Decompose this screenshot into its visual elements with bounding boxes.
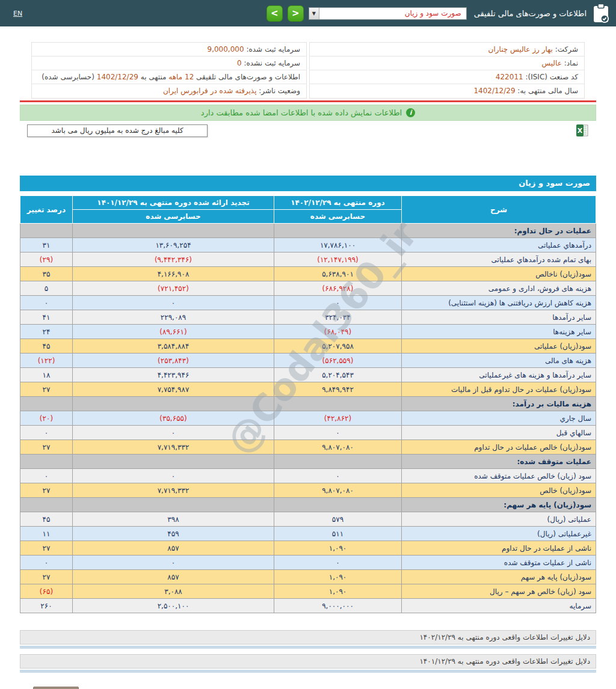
- row-label: سال جاري: [402, 411, 596, 426]
- prev-statement-button[interactable]: <: [266, 5, 283, 22]
- svg-text:X: X: [578, 127, 583, 135]
- info-value: 1402/12/29: [97, 73, 138, 81]
- row-label: سود(زیان) ناخالص: [402, 267, 596, 281]
- cell-value: [73, 397, 274, 411]
- info-row: سرمایه ثبت شده: 9,000,000: [32, 43, 306, 57]
- row-label: سالهاي قبل: [402, 426, 596, 440]
- info-value: عالیس: [541, 59, 561, 67]
- header-audited-current: حسابرسی شده: [274, 210, 402, 224]
- table-row: سود (زیان) خالص هر سهم – ریال۱,۰۹۰۳,۰۸۸(…: [20, 584, 596, 599]
- accordion: دلایل تغییرات اطلاعات واقعی دوره منتهی ب…: [20, 630, 596, 649]
- cell-value: [274, 455, 402, 469]
- cell-value: ۴,۴۲۳,۹۴۶: [73, 368, 274, 382]
- row-label: سایر درآمدها: [402, 310, 596, 325]
- cell-value: ۱,۰۹۰: [274, 584, 402, 599]
- row-label: سود(زیان) عملیاتی: [402, 339, 596, 354]
- table-row: هزینه های مالی(۵۶۲,۵۵۹)(۲۵۳,۸۴۳)(۱۲۲): [20, 354, 596, 368]
- cell-percent-change: ۴۱: [20, 310, 73, 325]
- cell-percent-change: [20, 397, 73, 411]
- cell-percent-change: ۵: [20, 281, 73, 296]
- cell-percent-change: ۲۷: [20, 382, 73, 397]
- signed-data-banner-text: اطلاعات نمایش داده شده با اطلاعات امضا ش…: [201, 108, 402, 117]
- table-row: درآمدهاي عملیاتی۱۷,۷۸۶,۱۰۰۱۳,۶۰۹,۲۵۴۳۱: [20, 238, 596, 253]
- table-row: سود (زیان) خالص عملیات متوقف شده۰۰۰: [20, 469, 596, 483]
- table-row: سایر درآمدها و هزینه های غیرعملیاتی۵,۲۰۴…: [20, 368, 596, 382]
- section-row: هزینه مالیات بر درآمد:: [20, 397, 596, 411]
- cell-value: ۸۵۷: [73, 570, 274, 584]
- table-row: سایر درآمدها۳۲۴,۰۳۴۲۲۹,۰۸۹۴۱: [20, 310, 596, 325]
- cell-value: ۰: [73, 556, 274, 570]
- table-row: سود(زیان) خالص عملیات در حال تداوم۹,۸۰۷,…: [20, 440, 596, 455]
- cell-percent-change: (۲۰): [20, 411, 73, 426]
- row-label: عملیات متوقف شده:: [402, 455, 596, 469]
- cell-value: ۴,۱۶۶,۹۰۸: [73, 267, 274, 281]
- cell-percent-change: ۳۱: [20, 238, 73, 253]
- cell-percent-change: ۰: [20, 426, 73, 440]
- row-label: سود(زیان) پایه هر سهم:: [402, 498, 596, 512]
- accordion-bar[interactable]: دلایل تغییرات اطلاعات واقعی دوره منتهی ب…: [20, 630, 596, 645]
- table-row: سالهاي قبل۰۰۰: [20, 426, 596, 440]
- row-label: هزینه های مالی: [402, 354, 596, 368]
- units-note: کلیه مبالغ درج شده به میلیون ریال می باش…: [27, 124, 208, 137]
- row-label: سایر هزینه‌ها: [402, 325, 596, 339]
- cell-value: ۰: [73, 469, 274, 483]
- table-row: سود(زیان) ناخالص۵,۶۳۸,۹۰۱۴,۱۶۶,۹۰۸۳۵: [20, 267, 596, 281]
- cell-percent-change: ۰: [20, 469, 73, 483]
- page-title: اطلاعات و صورت‌های مالی تلفیقی: [474, 9, 587, 18]
- cell-value: ۵,۲۰۷,۹۵۸: [274, 339, 402, 354]
- info-row: اطلاعات و صورت‌های مالی تلفیقی 12 ماهه م…: [32, 70, 306, 84]
- row-label: سود(زیان) پایه هر سهم: [402, 570, 596, 584]
- cell-percent-change: [20, 455, 73, 469]
- row-label: سود(زیان) عملیات در حال تداوم قبل از مال…: [402, 382, 596, 397]
- cell-percent-change: ۱۸: [20, 368, 73, 382]
- statement-select[interactable]: صورت سود و زیان ▼: [309, 7, 467, 20]
- accordion-bar[interactable]: دلایل تغییرات اطلاعات واقعی دوره منتهی ب…: [20, 654, 596, 669]
- cell-percent-change: ۰: [20, 556, 73, 570]
- header-period-prior: تجدید ارائه شده دوره منتهی به ۱۴۰۱/۱۲/۲۹: [73, 196, 274, 210]
- table-row: ناشی از عملیات در حال تداوم۱,۰۹۰۸۵۷۲۷: [20, 541, 596, 556]
- section-row: سود(زیان) پایه هر سهم:: [20, 498, 596, 512]
- cell-value: (۱۲,۱۴۷,۱۹۹): [274, 253, 402, 267]
- info-value: بهار رز عالیس چناران: [488, 45, 553, 54]
- cell-percent-change: ۴۵: [20, 512, 73, 527]
- cell-value: ۳۹۸: [73, 512, 274, 527]
- excel-export-icon[interactable]: X: [576, 124, 589, 137]
- cell-value: [274, 498, 402, 512]
- chevron-down-icon[interactable]: ▼: [309, 8, 319, 19]
- next-statement-button[interactable]: >: [288, 5, 304, 22]
- table-row: سود(زیان) عملیات در حال تداوم قبل از مال…: [20, 382, 596, 397]
- income-statement: صورت سود و زیان شرح دوره منتهی به ۱۴۰۲/۱…: [20, 176, 596, 613]
- cell-value: [73, 498, 274, 512]
- cell-percent-change: (۶۵): [20, 584, 73, 599]
- info-label: شرکت:: [553, 45, 578, 54]
- cell-value: ۱,۰۹۰: [274, 541, 402, 556]
- row-label: درآمدهاي عملیاتی: [402, 238, 596, 253]
- cell-percent-change: (۲۹): [20, 253, 73, 267]
- table-row: هزینه های فروش، اداری و عمومی(۶۸۶,۹۲۸)(۷…: [20, 281, 596, 296]
- cell-value: ۰: [73, 426, 274, 440]
- clipboard-check-icon: [591, 3, 611, 23]
- row-label: بهای تمام شده درآمدهاي عملیاتی: [402, 253, 596, 267]
- page: اطلاعات و صورت‌های مالی تلفیقی صورت سود …: [0, 0, 616, 689]
- info-row: وضعیت ناشر: پذیرفته شده در فرابورس ایران: [32, 84, 306, 98]
- row-label: سایر درآمدها و هزینه های غیرعملیاتی: [402, 368, 596, 382]
- company-info-right-column: شرکت: بهار رز عالیس چناراننماد: عالیسکد …: [309, 42, 585, 99]
- company-info-left-column: سرمایه ثبت شده: 9,000,000سرمایه ثبت نشده…: [31, 42, 307, 99]
- cell-value: (۶۸۶,۹۲۸): [274, 281, 402, 296]
- cell-value: [274, 397, 402, 411]
- change-reason-accordions: دلایل تغییرات اطلاعات واقعی دوره منتهی ب…: [20, 630, 596, 673]
- cell-value: ۰: [274, 469, 402, 483]
- company-info: شرکت: بهار رز عالیس چناراننماد: عالیسکد …: [31, 42, 585, 99]
- cell-percent-change: ۲۷: [20, 483, 73, 498]
- language-switch-link[interactable]: EN: [13, 10, 22, 17]
- table-row: سایر هزینه‌ها(۶۸,۰۴۹)(۸۹,۶۶۱)۲۴: [20, 325, 596, 339]
- table-row: ناشی از عملیات متوقف شده۰۰۰: [20, 556, 596, 570]
- cell-percent-change: ۲۷: [20, 570, 73, 584]
- exit-button[interactable]: خروج: [33, 687, 79, 689]
- info-label: کد صنعت (ISIC):: [523, 73, 578, 81]
- table-row: غیرعملیاتی (ریال)۵۱۱۴۵۹۱۱: [20, 527, 596, 541]
- table-row: سود(زیان) عملیاتی۵,۲۰۷,۹۵۸۳,۵۸۴,۸۸۴۴۵: [20, 339, 596, 354]
- info-row: نماد: عالیس: [310, 57, 584, 70]
- cell-value: ۰: [274, 426, 402, 440]
- cell-value: (۸۹,۶۶۱): [73, 325, 274, 339]
